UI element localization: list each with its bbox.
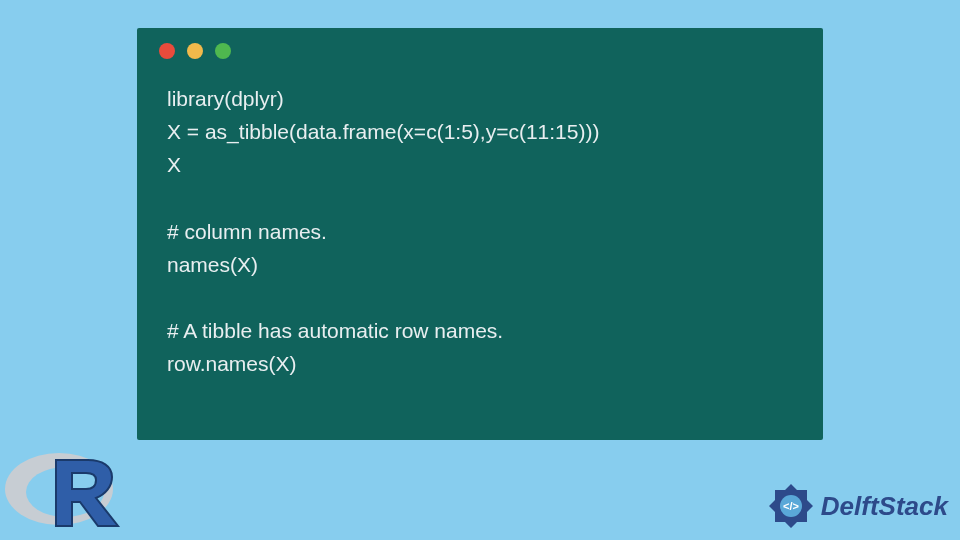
code-window: library(dplyr) X = as_tibble(data.frame(…	[137, 28, 823, 440]
close-icon	[159, 43, 175, 59]
svg-text:</>: </>	[783, 500, 799, 512]
delftstack-brand-text: DelftStack	[821, 491, 948, 522]
r-language-logo-icon	[2, 442, 122, 532]
code-content: library(dplyr) X = as_tibble(data.frame(…	[137, 74, 823, 401]
delftstack-badge-icon: </>	[767, 482, 815, 530]
maximize-icon	[215, 43, 231, 59]
minimize-icon	[187, 43, 203, 59]
delftstack-logo: </> DelftStack	[767, 482, 948, 530]
window-titlebar	[137, 28, 823, 74]
